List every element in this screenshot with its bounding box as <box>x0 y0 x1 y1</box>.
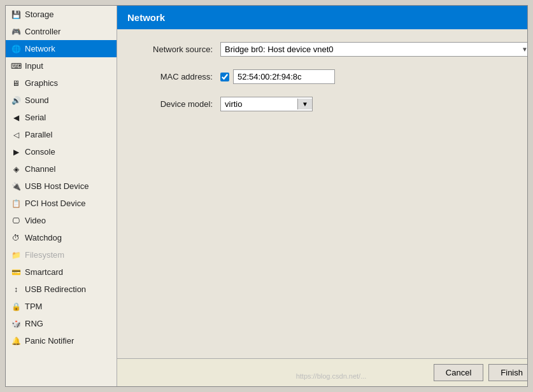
mac-address-input[interactable] <box>233 69 335 84</box>
sidebar-item-usb-redirection[interactable]: USB Redirection <box>6 281 117 298</box>
device-model-dropdown-btn[interactable]: ▼ <box>297 99 312 109</box>
filesystem-icon <box>11 250 21 260</box>
cancel-button[interactable]: Cancel <box>434 364 483 381</box>
console-icon <box>11 147 21 157</box>
sidebar-item-rng[interactable]: RNG <box>6 315 117 332</box>
sidebar-item-smartcard[interactable]: Smartcard <box>6 263 117 281</box>
sidebar-item-usb-host-device[interactable]: USB Host Device <box>6 178 117 195</box>
pci-host-device-icon <box>11 199 21 209</box>
device-model-row: Device model: ▼ <box>130 97 528 111</box>
device-model-input[interactable] <box>221 97 297 111</box>
network-source-label: Network source: <box>130 45 213 54</box>
usb-host-device-icon <box>11 181 21 192</box>
mac-address-checkbox[interactable] <box>220 73 229 81</box>
finish-button[interactable]: Finish <box>488 364 528 381</box>
storage-icon <box>11 10 21 20</box>
device-model-label: Device model: <box>130 99 213 109</box>
sidebar: StorageControllerNetworkInputGraphicsSou… <box>6 6 117 386</box>
sidebar-label-input: Input <box>25 61 43 71</box>
sidebar-item-storage[interactable]: Storage <box>6 6 117 23</box>
smartcard-icon <box>11 267 21 277</box>
sidebar-item-serial[interactable]: Serial <box>6 109 117 126</box>
page-title: Network <box>127 12 165 23</box>
panic-notifier-icon <box>11 336 21 346</box>
sidebar-label-usb-redirection: USB Redirection <box>25 284 86 294</box>
content-body: Network source: Bridge br0: Host device … <box>117 29 528 358</box>
sidebar-label-channel: Channel <box>25 164 55 174</box>
sidebar-label-sound: Sound <box>25 95 49 105</box>
sidebar-item-video[interactable]: Video <box>6 212 117 229</box>
device-model-control: ▼ <box>220 97 313 111</box>
sidebar-label-panic-notifier: Panic Notifier <box>25 336 74 346</box>
serial-icon <box>11 113 21 123</box>
sidebar-item-graphics[interactable]: Graphics <box>6 74 117 92</box>
content-area: Network Network source: Bridge br0: Host… <box>117 6 528 386</box>
network-source-value: Bridge br0: Host device vnet0 <box>225 45 334 54</box>
watermark: https://blog.csdn.net/... <box>296 372 367 380</box>
video-icon <box>11 216 21 226</box>
sidebar-label-storage: Storage <box>25 10 54 19</box>
sidebar-item-sound[interactable]: Sound <box>6 92 117 109</box>
network-source-dropdown[interactable]: Bridge br0: Host device vnet0 ▼ <box>220 42 528 57</box>
sidebar-label-pci-host-device: PCI Host Device <box>25 199 85 208</box>
graphics-icon <box>11 78 21 88</box>
network-source-arrow-icon: ▼ <box>522 46 528 53</box>
sidebar-label-controller: Controller <box>25 27 60 36</box>
sidebar-label-graphics: Graphics <box>25 78 58 88</box>
sidebar-label-smartcard: Smartcard <box>25 267 63 277</box>
sidebar-item-network[interactable]: Network <box>6 40 117 57</box>
sidebar-label-watchdog: Watchdog <box>25 233 62 242</box>
main-container: StorageControllerNetworkInputGraphicsSou… <box>5 5 528 387</box>
tpm-icon <box>11 302 21 312</box>
sidebar-label-tpm: TPM <box>25 302 42 311</box>
sidebar-label-usb-host-device: USB Host Device <box>25 181 89 191</box>
sound-icon <box>11 95 21 106</box>
sidebar-item-channel[interactable]: Channel <box>6 160 117 178</box>
sidebar-item-filesystem: Filesystem <box>6 246 117 263</box>
parallel-icon <box>11 130 21 140</box>
mac-address-control <box>220 69 335 84</box>
input-icon <box>11 61 21 71</box>
channel-icon <box>11 164 21 174</box>
sidebar-item-pci-host-device[interactable]: PCI Host Device <box>6 195 117 212</box>
sidebar-label-rng: RNG <box>25 319 43 328</box>
sidebar-label-console: Console <box>25 147 55 157</box>
controller-icon <box>11 27 21 37</box>
mac-address-label: MAC address: <box>130 72 213 81</box>
watchdog-icon <box>11 233 21 243</box>
rng-icon <box>11 319 21 329</box>
sidebar-label-parallel: Parallel <box>25 130 52 139</box>
network-source-control: Bridge br0: Host device vnet0 ▼ <box>220 42 528 57</box>
sidebar-item-parallel[interactable]: Parallel <box>6 126 117 143</box>
footer: https://blog.csdn.net/... Cancel Finish <box>117 358 528 386</box>
sidebar-label-video: Video <box>25 216 46 225</box>
device-model-select[interactable]: ▼ <box>220 97 313 111</box>
usb-redirection-icon <box>11 284 21 295</box>
sidebar-label-filesystem: Filesystem <box>25 250 64 260</box>
sidebar-item-controller[interactable]: Controller <box>6 23 117 40</box>
sidebar-label-network: Network <box>25 44 55 53</box>
network-icon <box>11 44 21 54</box>
network-source-row: Network source: Bridge br0: Host device … <box>130 42 528 57</box>
sidebar-item-tpm[interactable]: TPM <box>6 298 117 315</box>
sidebar-item-input[interactable]: Input <box>6 57 117 74</box>
content-header: Network <box>117 6 528 29</box>
sidebar-label-serial: Serial <box>25 113 46 122</box>
sidebar-item-panic-notifier[interactable]: Panic Notifier <box>6 332 117 349</box>
mac-address-row: MAC address: <box>130 69 528 84</box>
sidebar-item-console[interactable]: Console <box>6 143 117 160</box>
sidebar-item-watchdog[interactable]: Watchdog <box>6 229 117 246</box>
